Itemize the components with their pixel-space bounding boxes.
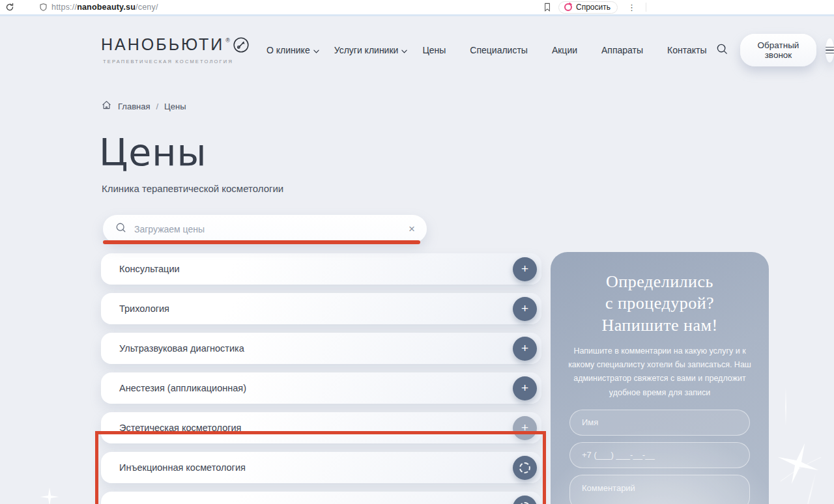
plus-icon: + bbox=[521, 302, 528, 315]
category-label: Ультразвуковая диагностика bbox=[119, 343, 244, 354]
appointment-form: Записаться на прием bbox=[569, 410, 750, 504]
sparkle-decoration bbox=[39, 486, 60, 504]
breadcrumb: Главная / Цены bbox=[101, 100, 186, 113]
category-label: Анестезия (аппликационная) bbox=[119, 383, 246, 393]
breadcrumb-current: Цены bbox=[164, 102, 186, 111]
expand-category-button[interactable]: + bbox=[513, 257, 537, 281]
extension-icon[interactable] bbox=[763, 2, 774, 13]
price-search-input[interactable] bbox=[134, 224, 407, 234]
extension-icon[interactable] bbox=[654, 2, 665, 13]
plus-icon: + bbox=[521, 382, 528, 394]
category-label: Инъекционная косметология bbox=[119, 462, 246, 473]
extension-icon[interactable] bbox=[799, 2, 811, 13]
category-label: Трихология bbox=[119, 303, 169, 314]
logo-subtitle: ТЕРАПЕВТИЧЕСКАЯ КОСМЕТОЛОГИЯ bbox=[103, 59, 248, 64]
search-icon bbox=[115, 222, 127, 236]
bookmark-icon[interactable] bbox=[543, 3, 551, 12]
site-logo[interactable]: НАНОБЬЮТИ ® ТЕРАПЕВТИЧЕСКАЯ КОСМЕТОЛОГИЯ bbox=[101, 36, 248, 64]
nav-item[interactable]: О клинике bbox=[266, 45, 319, 55]
nav-item[interactable]: Акции bbox=[552, 45, 586, 55]
name-field[interactable] bbox=[569, 410, 750, 436]
loading-spinner-icon bbox=[519, 502, 530, 504]
burger-menu-button[interactable] bbox=[826, 38, 834, 63]
category-label: Консультации bbox=[119, 264, 180, 274]
home-icon[interactable] bbox=[101, 100, 112, 113]
price-category-row[interactable]: Ультразвуковая диагностика + bbox=[101, 333, 541, 364]
extension-icon[interactable] bbox=[745, 2, 756, 13]
browser-toolbar: https://nanobeauty.su/ceny/ Спросить ⋮ bbox=[0, 0, 834, 14]
nav-item-label: Акции bbox=[552, 45, 577, 55]
main-navigation: О клинике Услуги клиники Цены Специали bbox=[266, 45, 716, 55]
extension-icon[interactable] bbox=[781, 2, 792, 13]
shield-icon[interactable] bbox=[39, 3, 48, 12]
expand-category-button[interactable]: + bbox=[513, 416, 537, 440]
plus-icon: + bbox=[521, 262, 528, 275]
price-category-row[interactable]: Трихология + bbox=[101, 293, 541, 324]
cta-description: Напишите в комментарии на какую услугу и… bbox=[566, 344, 753, 400]
toolbar-divider bbox=[646, 3, 646, 12]
extension-icon[interactable] bbox=[672, 2, 683, 13]
chrome-page-divider bbox=[0, 14, 834, 16]
cta-title: Определились с процедурой? Напишите нам! bbox=[551, 271, 769, 336]
price-category-row[interactable]: Инъекционная косметология + bbox=[101, 452, 541, 483]
registered-mark: ® bbox=[225, 37, 230, 44]
kebab-menu-icon[interactable]: ⋮ bbox=[625, 3, 639, 12]
extension-icon[interactable] bbox=[818, 2, 829, 13]
nav-item[interactable]: Аппараты bbox=[601, 45, 652, 55]
ask-assistant-icon bbox=[564, 3, 572, 11]
breadcrumb-separator: / bbox=[156, 102, 158, 111]
nav-item[interactable]: Услуги клиники bbox=[334, 45, 408, 55]
price-category-list: Консультации + Трихология + Ультразвуков… bbox=[101, 253, 541, 504]
site-header: НАНОБЬЮТИ ® ТЕРАПЕВТИЧЕСКАЯ КОСМЕТОЛОГИЯ… bbox=[101, 31, 771, 70]
nav-item-label: Аппараты bbox=[601, 45, 643, 55]
sparkle-decoration bbox=[773, 438, 824, 492]
url-text: https://nanobeauty.su/ceny/ bbox=[51, 3, 158, 12]
expand-category-button[interactable]: + bbox=[513, 496, 537, 504]
nav-item-label: Цены bbox=[422, 45, 446, 55]
expand-category-button[interactable]: + bbox=[513, 297, 537, 321]
category-label: Эстетическая косметология bbox=[119, 423, 241, 433]
nav-item-label: Специалисты bbox=[470, 45, 528, 55]
address-bar[interactable]: https://nanobeauty.su/ceny/ bbox=[39, 3, 158, 12]
price-category-row[interactable]: Консультации + bbox=[101, 253, 541, 285]
light-streak-decoration bbox=[785, 387, 786, 427]
plus-icon: + bbox=[521, 342, 528, 354]
extensions-row bbox=[654, 2, 829, 13]
nav-item[interactable]: Контакты bbox=[667, 45, 715, 55]
reload-icon[interactable] bbox=[5, 3, 14, 12]
breadcrumb-home[interactable]: Главная bbox=[118, 102, 150, 111]
nav-item-label: О клинике bbox=[266, 45, 310, 55]
price-category-row[interactable]: Аппаратная косметология + bbox=[101, 492, 541, 504]
page-title: Цены bbox=[99, 131, 207, 174]
price-category-row[interactable]: Анестезия (аппликационная) + bbox=[101, 372, 541, 404]
logo-compass-icon bbox=[233, 36, 250, 56]
clear-search-icon[interactable]: × bbox=[407, 223, 416, 236]
nav-item-label: Контакты bbox=[667, 45, 706, 55]
callback-button[interactable]: Обратный звонок bbox=[740, 34, 817, 66]
page-subtitle: Клиника терапевтической косметологии bbox=[102, 183, 283, 194]
expand-category-button[interactable]: + bbox=[513, 376, 537, 400]
annotation-underline bbox=[103, 240, 420, 244]
expand-category-button[interactable]: + bbox=[513, 337, 537, 361]
plus-icon: + bbox=[521, 421, 528, 434]
chevron-down-icon bbox=[313, 45, 319, 55]
webpage: НАНОБЬЮТИ ® ТЕРАПЕВТИЧЕСКАЯ КОСМЕТОЛОГИЯ… bbox=[0, 16, 834, 504]
extension-icon[interactable] bbox=[726, 2, 738, 13]
nav-item[interactable]: Цены bbox=[422, 45, 455, 55]
phone-field[interactable] bbox=[569, 442, 750, 468]
expand-category-button[interactable]: + bbox=[513, 456, 537, 480]
nav-item[interactable]: Специалисты bbox=[470, 45, 537, 55]
price-search-box[interactable]: × bbox=[103, 215, 427, 243]
logo-wordmark: НАНОБЬЮТИ bbox=[101, 36, 224, 53]
price-category-row[interactable]: Эстетическая косметология + bbox=[101, 412, 541, 443]
light-streak-decoration bbox=[803, 473, 816, 504]
loading-spinner-icon bbox=[519, 462, 530, 473]
appointment-cta-card: Определились с процедурой? Напишите нам!… bbox=[551, 252, 769, 504]
header-search-icon[interactable] bbox=[716, 43, 728, 58]
extension-icon[interactable] bbox=[690, 2, 701, 13]
nav-item-label: Услуги клиники bbox=[334, 45, 399, 55]
comment-field[interactable] bbox=[569, 475, 750, 504]
chevron-down-icon bbox=[401, 45, 407, 55]
extension-icon[interactable] bbox=[708, 2, 719, 13]
ask-button[interactable]: Спросить bbox=[558, 1, 618, 14]
